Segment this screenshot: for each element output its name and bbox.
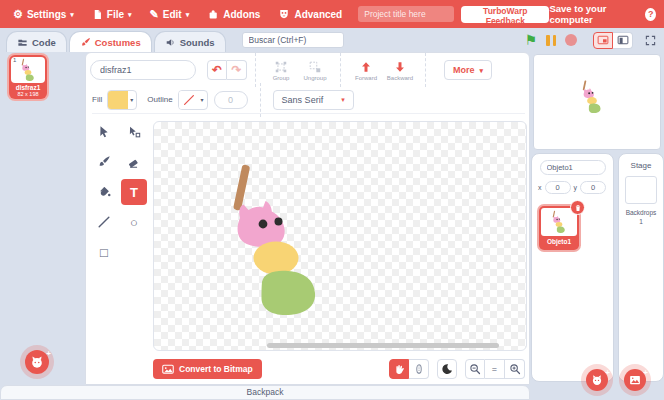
menu-addons[interactable]: Addons xyxy=(198,0,269,28)
cat-icon xyxy=(30,355,44,369)
stage-preview[interactable] xyxy=(533,54,661,150)
more-button[interactable]: More ▾ xyxy=(444,60,492,80)
brush-tool[interactable] xyxy=(91,149,117,175)
dark-mode-button[interactable] xyxy=(437,359,457,379)
dango-drawing[interactable] xyxy=(230,160,322,322)
eraser-tool[interactable] xyxy=(121,149,147,175)
costume-name-input[interactable] xyxy=(90,60,196,80)
no-outline-icon xyxy=(182,93,196,107)
project-title-input[interactable] xyxy=(358,6,454,22)
sprite-panel: x y Objeto1 xyxy=(531,153,614,382)
add-costume-button[interactable]: + xyxy=(25,350,49,374)
outline-width-input[interactable] xyxy=(214,91,248,109)
touch-mode-button[interactable] xyxy=(409,359,429,379)
add-sprite-button[interactable]: + xyxy=(586,369,608,391)
zoom-in-button[interactable] xyxy=(505,359,525,379)
menu-edit[interactable]: ✎ Edit ▾ xyxy=(141,0,199,28)
select-tool[interactable] xyxy=(91,119,117,145)
fullscreen-button[interactable] xyxy=(641,32,659,49)
backpack-bar[interactable]: Backpack xyxy=(0,385,530,400)
normal-stage-button[interactable] xyxy=(613,32,633,49)
costume-thumbnail: 1 xyxy=(11,57,45,83)
touch-icon xyxy=(413,363,425,375)
menu-file[interactable]: File ▾ xyxy=(83,0,141,28)
tab-sounds[interactable]: Sounds xyxy=(154,31,226,52)
sprite-name-label: Objeto1 xyxy=(541,238,577,245)
backward-button[interactable]: Backward xyxy=(383,60,417,81)
sprite-on-stage[interactable] xyxy=(582,79,602,115)
paint-canvas[interactable] xyxy=(153,121,527,351)
menu-settings[interactable]: ⚙ Settings ▾ xyxy=(4,0,83,28)
hand-pan-button[interactable] xyxy=(389,359,409,379)
forward-button[interactable]: Forward xyxy=(349,60,383,81)
save-to-computer-link[interactable]: Save to your computer xyxy=(549,3,633,25)
chevron-down-icon: ▾ xyxy=(70,11,74,18)
small-stage-icon xyxy=(597,34,609,46)
pause-icon[interactable] xyxy=(546,35,556,46)
backdrops-label: Backdrops xyxy=(619,209,663,216)
backdrop-thumbnail[interactable] xyxy=(625,176,657,204)
trash-icon xyxy=(574,204,582,212)
reshape-tool[interactable] xyxy=(121,119,147,145)
costume-index: 1 xyxy=(13,57,16,63)
costume-list-item[interactable]: 1 disfraz1 82 x 198 xyxy=(9,55,47,99)
undo-button[interactable]: ↶ xyxy=(207,60,227,80)
circle-tool[interactable]: ○ xyxy=(121,209,147,235)
group-button[interactable]: Group xyxy=(264,60,298,81)
font-dropdown[interactable]: Sans Serif ▾ xyxy=(273,90,354,110)
circle-tool-icon: ○ xyxy=(130,215,138,230)
stop-icon[interactable] xyxy=(565,34,577,46)
cursor-icon xyxy=(97,125,111,139)
rectangle-tool[interactable]: □ xyxy=(91,239,117,265)
zoom-controls: = xyxy=(465,359,525,379)
menu-bar: ⚙ Settings ▾ File ▾ ✎ Edit ▾ Addons Adva… xyxy=(0,0,664,28)
help-button[interactable]: ? xyxy=(645,8,656,21)
chevron-down-icon: ▾ xyxy=(480,67,484,74)
text-tool[interactable]: T xyxy=(121,179,147,205)
undo-icon: ↶ xyxy=(212,63,222,77)
tab-costumes[interactable]: Costumes xyxy=(69,31,152,52)
green-flag-icon[interactable]: ⚑ xyxy=(524,33,537,47)
arrow-up-icon xyxy=(359,60,373,74)
sprite-name-input[interactable] xyxy=(540,160,606,175)
zoom-out-icon xyxy=(469,363,481,375)
normal-stage-icon xyxy=(617,34,629,46)
zoom-out-button[interactable] xyxy=(465,359,485,379)
sprite-coordinates: x y xyxy=(532,181,613,194)
tab-code[interactable]: Code xyxy=(6,31,67,52)
sprite-list-item[interactable]: Objeto1 xyxy=(539,206,579,250)
canvas-horizontal-scrollbar[interactable] xyxy=(267,343,499,348)
pan-mode-group xyxy=(389,359,429,379)
hand-icon xyxy=(393,363,405,375)
fill-color-picker[interactable]: ▾ xyxy=(107,90,137,110)
search-input[interactable] xyxy=(242,32,344,48)
chevron-down-icon: ▾ xyxy=(130,97,133,103)
redo-button[interactable]: ↷ xyxy=(227,60,247,80)
zoom-in-icon xyxy=(509,363,521,375)
fill-tool[interactable] xyxy=(91,179,117,205)
stage-selector[interactable]: Stage Backdrops 1 xyxy=(618,153,664,382)
speaker-icon xyxy=(165,37,176,48)
text-tool-icon: T xyxy=(130,185,138,200)
code-blocks-icon xyxy=(17,37,28,48)
x-input[interactable] xyxy=(545,181,571,194)
ungroup-button[interactable]: Ungroup xyxy=(298,60,332,81)
puzzle-icon xyxy=(207,8,219,20)
delete-sprite-button[interactable] xyxy=(570,200,585,215)
plus-icon: + xyxy=(605,368,610,377)
feedback-button[interactable]: TurboWarp Feedback xyxy=(461,6,549,23)
small-stage-button[interactable] xyxy=(593,32,613,49)
costume-size-label: 82 x 198 xyxy=(11,91,45,97)
backdrops-count: 1 xyxy=(619,218,663,225)
brush-icon xyxy=(97,155,111,169)
costume-name-label: disfraz1 xyxy=(11,84,45,91)
y-input[interactable] xyxy=(580,181,606,194)
gear-icon: ⚙ xyxy=(13,9,23,20)
menu-advanced[interactable]: Advanced xyxy=(269,0,351,28)
convert-to-bitmap-button[interactable]: Convert to Bitmap xyxy=(153,359,262,379)
outline-color-picker[interactable]: ▾ xyxy=(178,90,208,110)
add-backdrop-button[interactable]: + xyxy=(624,369,646,391)
tab-bar: Code Costumes Sounds ⚑ xyxy=(0,28,664,52)
line-tool[interactable] xyxy=(91,209,117,235)
zoom-reset-button[interactable]: = xyxy=(485,359,505,379)
